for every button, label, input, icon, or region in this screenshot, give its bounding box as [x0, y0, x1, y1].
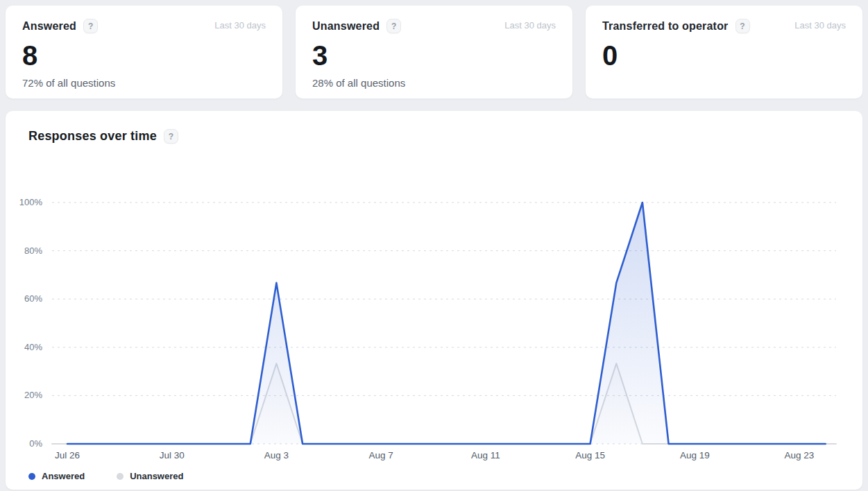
series-area-answered	[67, 203, 826, 444]
x-axis-label: Jul 30	[160, 450, 185, 460]
stat-title: Transferred to operator	[602, 20, 729, 33]
chart-header: Responses over time ?	[6, 111, 862, 144]
stat-value: 0	[602, 40, 846, 71]
legend-item-unanswered[interactable]: Unanswered	[117, 471, 183, 481]
x-axis-labels: Jul 26Jul 30Aug 3Aug 7Aug 11Aug 15Aug 19…	[55, 450, 814, 460]
unanswered-dot-icon	[117, 473, 124, 480]
y-axis-label: 0%	[29, 438, 42, 449]
help-icon[interactable]: ?	[735, 19, 750, 33]
help-icon[interactable]: ?	[164, 129, 178, 144]
stat-card-transferred: Last 30 days Transferred to operator ? 0	[586, 6, 862, 98]
stat-card-unanswered: Last 30 days Unanswered ? 3 28% of all q…	[296, 6, 572, 98]
y-axis-label: 80%	[24, 246, 42, 256]
stat-subtitle: 72% of all questions	[22, 77, 266, 89]
help-icon[interactable]: ?	[83, 19, 98, 33]
chart-title: Responses over time	[28, 129, 157, 144]
legend-item-answered[interactable]: Answered	[28, 471, 85, 481]
series-line-answered	[67, 203, 826, 444]
period-label: Last 30 days	[214, 20, 266, 31]
y-axis-label: 20%	[24, 390, 42, 400]
y-axis-label: 100%	[19, 197, 43, 207]
series-line-unanswered	[52, 363, 836, 444]
y-axis-label: 40%	[24, 342, 42, 352]
x-axis-label: Aug 15	[575, 450, 605, 460]
x-axis-label: Aug 3	[264, 450, 289, 460]
answered-dot-icon	[28, 473, 35, 480]
stat-card-answered: Last 30 days Answered ? 8 72% of all que…	[6, 6, 282, 98]
responses-over-time-card: Responses over time ? 0%20%40%60%80%100%…	[6, 111, 862, 490]
stat-subtitle: 28% of all questions	[312, 77, 556, 89]
stats-row: Last 30 days Answered ? 8 72% of all que…	[6, 6, 862, 98]
legend-label: Answered	[42, 471, 85, 481]
x-axis-label: Aug 7	[369, 450, 393, 460]
help-icon[interactable]: ?	[386, 19, 401, 33]
stat-value: 3	[312, 40, 556, 71]
x-axis-label: Aug 19	[680, 450, 710, 460]
grid-lines: 0%20%40%60%80%100%	[19, 197, 836, 449]
series-area-unanswered	[52, 363, 836, 444]
x-axis-label: Aug 11	[471, 450, 500, 460]
stat-value: 8	[22, 40, 266, 71]
x-axis-label: Aug 23	[785, 450, 815, 460]
chart-legend: Answered Unanswered	[28, 471, 183, 481]
period-label: Last 30 days	[794, 20, 846, 31]
y-axis-label: 60%	[24, 293, 42, 304]
period-label: Last 30 days	[504, 20, 556, 31]
responses-line-chart: 0%20%40%60%80%100%Jul 26Jul 30Aug 3Aug 7…	[6, 111, 862, 490]
x-axis-label: Jul 26	[55, 450, 80, 460]
stat-title: Unanswered	[312, 20, 380, 33]
legend-label: Unanswered	[130, 471, 183, 481]
stat-title: Answered	[22, 20, 76, 33]
